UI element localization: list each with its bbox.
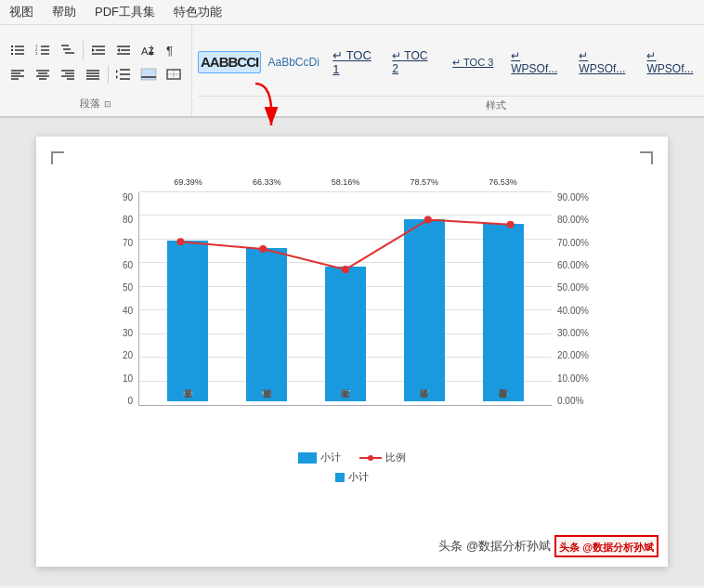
bar-group-4: 78.57% 77 创造力的启发 xyxy=(385,192,463,405)
align-icons-row2 xyxy=(6,63,186,85)
paragraph-label: 段落 ⊡ xyxy=(6,97,186,112)
style-aabbccdi-preview: AaBbCcDi xyxy=(268,56,319,69)
bar-group-2: 66.33% 65 识字能力的提升 xyxy=(228,192,306,405)
style-toc2-preview: ↵ TOC 2 xyxy=(392,49,435,75)
multilevel-list-btn[interactable] xyxy=(56,39,80,61)
chart-plot: 69.39% 68 语言的涵养 66.33% 65 识 xyxy=(138,192,552,406)
style-toc1[interactable]: ↵ TOC 1 xyxy=(326,46,382,79)
bullets-btn[interactable] xyxy=(6,39,30,61)
bar-val-3: 57 xyxy=(341,388,350,398)
highlight-box: 头条 @数据分析孙斌 xyxy=(554,535,658,557)
chart-container: 90 80 70 60 50 40 30 20 10 0 xyxy=(111,183,593,484)
styles-row-top: AABBCCI AaBbCcDi ↵ TOC 1 ↵ TOC 2 ↵ TOC 3 xyxy=(198,29,704,96)
shading-btn[interactable] xyxy=(137,63,161,85)
bar-5: 75 xyxy=(483,224,524,401)
paragraph-expand-icon[interactable]: ⊡ xyxy=(104,99,111,109)
watermark-text: 头条 @数据分析孙斌 xyxy=(438,538,551,555)
style-wpsof1[interactable]: ↵ WPSOf... xyxy=(504,46,568,78)
line-spacing-btn[interactable] xyxy=(111,63,136,85)
bar-pct-1: 69.39% xyxy=(174,177,202,187)
svg-rect-48 xyxy=(141,69,156,80)
document-area: 90 80 70 60 50 40 30 20 10 0 xyxy=(0,118,704,585)
menu-special[interactable]: 特色功能 xyxy=(170,2,226,22)
menu-bar: 视图 帮助 PDF工具集 特色功能 xyxy=(0,0,704,25)
list-icons-row1: 1.2.3. AZ xyxy=(6,39,186,61)
bar-val-4: 77 xyxy=(420,388,429,398)
decrease-indent-btn[interactable] xyxy=(86,39,111,61)
bar-pct-4: 78.57% xyxy=(411,177,439,187)
legend-bar-color xyxy=(298,452,317,464)
bar-3: 57 xyxy=(325,267,366,401)
toolbar-container: 视图 帮助 PDF工具集 特色功能 1.2.3. xyxy=(0,0,704,118)
paragraph-section: 1.2.3. AZ xyxy=(0,25,192,116)
svg-text:¶: ¶ xyxy=(166,44,173,58)
subchart-color xyxy=(335,473,345,482)
bar-pct-3: 58.16% xyxy=(332,177,360,187)
style-wpsof3[interactable]: ↵ WPSOf... xyxy=(640,46,704,78)
legend-bar: 小计 xyxy=(298,451,341,464)
show-formatting-btn[interactable]: ¶ xyxy=(162,39,186,61)
svg-rect-5 xyxy=(11,53,13,55)
highlight-text: 头条 @数据分析孙斌 xyxy=(559,542,654,553)
chart-area: 90 80 70 60 50 40 30 20 10 0 xyxy=(111,183,593,443)
legend-bar-label: 小计 xyxy=(320,451,341,464)
bar-pct-5: 76.53% xyxy=(489,177,517,187)
style-aabbcci[interactable]: AABBCCI xyxy=(198,51,261,73)
svg-rect-4 xyxy=(11,49,13,51)
legend-line-icon xyxy=(359,451,382,464)
align-center-btn[interactable] xyxy=(31,63,55,85)
svg-marker-46 xyxy=(116,70,118,73)
subchart-text: 小计 xyxy=(348,470,369,484)
legend-line: 比例 xyxy=(359,451,406,464)
justify-btn[interactable] xyxy=(81,63,105,85)
increase-indent-btn[interactable] xyxy=(111,39,136,61)
corner-mark-tr xyxy=(640,151,653,164)
style-aabbcci-preview: AABBCCI xyxy=(201,54,258,70)
subchart-label: 小计 xyxy=(111,470,593,484)
bar-4: 77 xyxy=(404,219,445,401)
y-axis-right: 90.00% 80.00% 70.00% 60.00% 50.00% 40.00… xyxy=(552,192,593,406)
legend-line-label: 比例 xyxy=(385,451,406,464)
style-toc3-preview: ↵ TOC 3 xyxy=(452,57,493,69)
styles-section: AABBCCI AaBbCcDi ↵ TOC 1 ↵ TOC 2 ↵ TOC 3 xyxy=(192,25,704,116)
bar-pct-2: 66.33% xyxy=(253,177,281,187)
align-right-btn[interactable] xyxy=(56,63,80,85)
menu-view[interactable]: 视图 xyxy=(6,2,37,22)
style-aabbccdi[interactable]: AaBbCcDi xyxy=(265,53,322,72)
svg-text:AZ: AZ xyxy=(141,46,154,57)
chart-legend: 小计 比例 xyxy=(111,451,593,464)
watermark-area: 头条 @数据分析孙斌 头条 @数据分析孙斌 xyxy=(438,535,658,557)
menu-pdf[interactable]: PDF工具集 xyxy=(91,2,159,22)
bar-val-2: 65 xyxy=(262,388,271,398)
y-axis-left: 90 80 70 60 50 40 30 20 10 0 xyxy=(111,192,138,406)
style-wpsof2-preview: ↵ WPSOf... xyxy=(579,49,630,75)
style-toc1-preview: ↵ TOC 1 xyxy=(332,48,375,76)
bar-group-3: 58.16% 57 美学的陶冶 xyxy=(306,192,385,405)
svg-marker-17 xyxy=(92,48,95,52)
bar-val-5: 75 xyxy=(499,388,508,398)
style-wpsof3-preview: ↵ WPSOf... xyxy=(646,49,697,75)
svg-marker-21 xyxy=(117,48,120,52)
bar-val-1: 68 xyxy=(183,388,192,398)
bar-group-5: 76.53% 75 生活能力与态度的培养 xyxy=(463,192,542,405)
svg-marker-47 xyxy=(116,75,118,79)
menu-help[interactable]: 帮助 xyxy=(48,2,80,22)
align-left-btn[interactable] xyxy=(6,63,30,85)
paragraph-controls: 1.2.3. AZ xyxy=(6,29,186,95)
svg-rect-3 xyxy=(11,46,13,47)
style-wpsof2[interactable]: ↵ WPSOf... xyxy=(572,46,636,78)
sort-btn[interactable]: AZ xyxy=(137,39,161,61)
bar-2: 65 xyxy=(246,248,287,401)
document-page: 90 80 70 60 50 40 30 20 10 0 xyxy=(36,137,668,567)
svg-point-60 xyxy=(368,455,373,461)
style-toc3[interactable]: ↵ TOC 3 xyxy=(445,54,501,72)
borders-btn[interactable] xyxy=(162,63,186,85)
bar-group-1: 69.39% 68 语言的涵养 xyxy=(149,192,228,405)
style-wpsof1-preview: ↵ WPSOf... xyxy=(511,49,562,75)
styles-label: 样式 xyxy=(198,96,704,112)
style-toc2[interactable]: ↵ TOC 2 xyxy=(385,46,441,78)
svg-text:3.: 3. xyxy=(35,51,38,56)
corner-mark-tl xyxy=(51,151,64,164)
bar-1: 68 xyxy=(167,241,208,401)
numbering-btn[interactable]: 1.2.3. xyxy=(31,39,55,61)
